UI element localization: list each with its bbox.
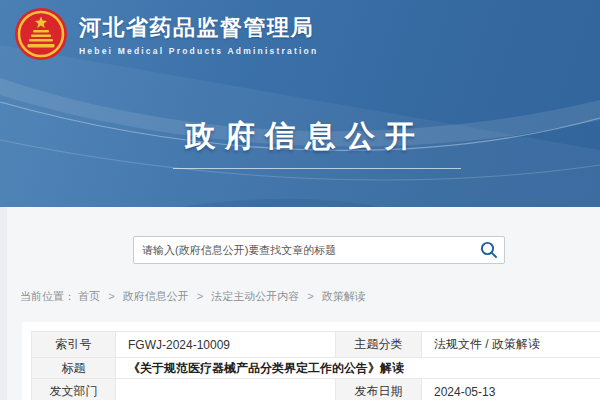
breadcrumb-item-statutory-disclosure[interactable]: 法定主动公开内容 <box>211 290 299 302</box>
search-box <box>133 236 505 264</box>
breadcrumb-label: 当前位置： <box>20 290 75 302</box>
left-gutter <box>0 207 7 400</box>
breadcrumb-item-home[interactable]: 首页 <box>78 290 100 302</box>
breadcrumb-separator: > <box>108 290 114 302</box>
breadcrumb-item-policy-interpretation[interactable]: 政策解读 <box>322 290 366 302</box>
search-button[interactable] <box>474 237 504 263</box>
topic-category-value: 法规文件 / 政策解读 <box>422 332 600 358</box>
document-detail-card: 索引号 FGWJ-2024-10009 主题分类 法规文件 / 政策解读 标题 … <box>22 322 600 400</box>
breadcrumb: 当前位置： 首页 > 政府信息公开 > 法定主动公开内容 > 政策解读 <box>20 289 366 304</box>
publish-date-value: 2024-05-13 <box>422 379 600 400</box>
search-icon <box>480 241 498 259</box>
breadcrumb-item-gov-info[interactable]: 政府信息公开 <box>123 290 189 302</box>
banner-underline <box>173 168 461 169</box>
table-row: 发文部门 发布日期 2024-05-13 <box>32 379 600 400</box>
document-title-value: 《关于规范医疗器械产品分类界定工作的公告》解读 <box>116 358 600 379</box>
search-input[interactable] <box>134 237 474 263</box>
org-name-en: Hebei Medical Products Administration <box>79 46 318 56</box>
table-row: 索引号 FGWJ-2024-10009 主题分类 法规文件 / 政策解读 <box>32 332 600 358</box>
issuing-department-value <box>116 379 336 400</box>
index-number-value: FGWJ-2024-10009 <box>116 332 336 358</box>
document-meta-table: 索引号 FGWJ-2024-10009 主题分类 法规文件 / 政策解读 标题 … <box>31 331 600 400</box>
page-title: 政府信息公开 <box>0 116 600 157</box>
index-number-label: 索引号 <box>32 332 116 358</box>
issuing-department-label: 发文部门 <box>32 379 116 400</box>
topic-category-label: 主题分类 <box>336 332 422 358</box>
breadcrumb-separator: > <box>197 290 203 302</box>
org-name-cn: 河北省药品监督管理局 <box>79 13 318 43</box>
title-label: 标题 <box>32 358 116 379</box>
header-logo[interactable]: 河北省药品监督管理局 Hebei Medical Products Admini… <box>14 7 318 61</box>
table-row: 标题 《关于规范医疗器械产品分类界定工作的公告》解读 <box>32 358 600 379</box>
hero-banner: 河北省药品监督管理局 Hebei Medical Products Admini… <box>0 0 600 207</box>
national-emblem-icon <box>14 7 68 61</box>
breadcrumb-separator: > <box>307 290 313 302</box>
org-names: 河北省药品监督管理局 Hebei Medical Products Admini… <box>79 13 318 56</box>
publish-date-label: 发布日期 <box>336 379 422 400</box>
